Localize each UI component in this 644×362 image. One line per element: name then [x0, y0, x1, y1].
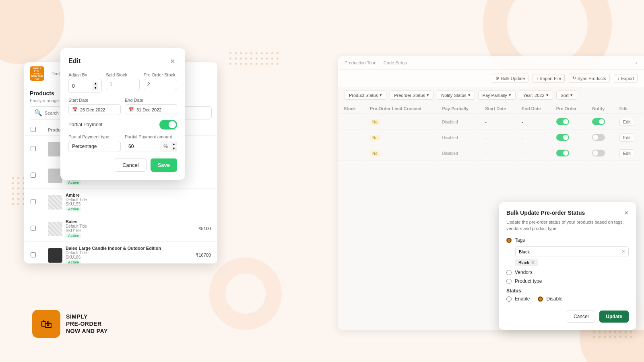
stepper-down[interactable]: ▼	[171, 147, 177, 151]
tag-search-input-wrapper[interactable]: ✕	[515, 246, 629, 257]
end-date-label: End Date	[125, 98, 177, 103]
logo-icon: 🛍	[32, 310, 60, 338]
filter-notify-status[interactable]: Notify Status ▾	[437, 90, 475, 100]
bg-decoration-arc-bl	[209, 257, 282, 330]
adjust-by-input[interactable]: 0 ▲ ▼	[68, 79, 102, 93]
row-checkbox[interactable]	[31, 226, 36, 231]
payment-amount-value[interactable]	[125, 141, 160, 152]
adjust-by-stepper[interactable]: ▲ ▼	[93, 82, 98, 90]
tag-chip-black: Black ✕	[515, 259, 538, 266]
col-pre-order: Pre Order	[551, 104, 586, 114]
bulk-update-button[interactable]: Update	[599, 311, 629, 323]
pre-order-toggle[interactable]	[556, 134, 569, 141]
modal-close-button[interactable]: ✕	[167, 56, 177, 66]
payment-amount-input[interactable]: % ▲ ▼	[125, 141, 177, 152]
pre-order-toggle[interactable]	[556, 150, 569, 156]
app-logo: SIMPLYPRE-ORDERNOW AND PAY	[30, 66, 44, 81]
tag-search-input[interactable]	[519, 249, 621, 254]
export-icon: ↓	[617, 76, 620, 81]
notify-toggle[interactable]	[592, 150, 605, 156]
import-file-btn[interactable]: ↑ Import File	[533, 74, 564, 83]
tag-chip-label: Black	[518, 260, 529, 265]
bulk-modal-title: Bulk Update Pre-order Status	[506, 210, 585, 216]
sold-stock-field: Sold Stock 1	[106, 72, 139, 93]
radio-product-type-input[interactable]	[506, 279, 512, 284]
stepper-down[interactable]: ▼	[93, 86, 98, 90]
end-date-input[interactable]: 📅 31 Dec 2022	[125, 104, 177, 115]
select-all-checkbox[interactable]	[31, 127, 36, 132]
cancel-button[interactable]: Cancel	[115, 158, 146, 172]
start-date-field: Start Date 📅 26 Dec 2022	[68, 98, 121, 115]
status-disable-input[interactable]	[538, 296, 543, 302]
stepper-up[interactable]: ▲	[171, 142, 177, 146]
export-btn[interactable]: ↓ Export	[614, 74, 638, 83]
partial-payment-label: Partial Payment	[68, 122, 103, 128]
modal-footer: Cancel Save	[68, 158, 177, 172]
clear-search-icon[interactable]: ✕	[621, 249, 625, 254]
filter-product-status[interactable]: Product Status ▾	[345, 90, 386, 100]
filter-pay-partially[interactable]: Pay Partially ▾	[478, 90, 516, 100]
partial-payment-toggle[interactable]	[159, 120, 177, 130]
radio-vendors-label: Vendors	[515, 269, 533, 275]
row-checkbox[interactable]	[31, 146, 36, 151]
product-name: Ambre	[66, 193, 87, 197]
row-edit-btn[interactable]: Edit	[619, 134, 634, 142]
radio-product-type: Product type	[506, 278, 629, 284]
row-checkbox[interactable]	[31, 252, 36, 257]
bulk-modal-footer: Cancel Update	[506, 311, 629, 323]
filter-sort[interactable]: Sort ▾	[556, 90, 577, 100]
payment-amount-field: Partial Payment amount % ▲ ▼	[125, 134, 177, 152]
row-edit-btn[interactable]: Edit	[619, 149, 634, 157]
start-date-input[interactable]: 📅 26 Dec 2022	[68, 104, 121, 115]
percent-unit: %	[160, 141, 171, 152]
status-section-label: Status	[506, 288, 629, 294]
product-status-badge: Active	[66, 233, 81, 238]
bulk-modal-header: Bulk Update Pre-order Status ✕	[506, 210, 629, 216]
logo-text: SIMPLYPRE-ORDERNOW AND PAY	[66, 313, 108, 335]
sold-stock-input[interactable]: 1	[106, 79, 139, 90]
row-checkbox[interactable]	[31, 199, 36, 204]
notify-toggle[interactable]	[592, 134, 605, 141]
product-sku: SKU155	[66, 202, 87, 206]
sold-stock-label: Sold Stock	[106, 72, 139, 77]
status-disable-label: Disable	[546, 296, 562, 302]
bg-toolbar: ⊕ Bulk Update ↑ Import File ↻ Sync Produ…	[338, 70, 644, 87]
table-row: No Disabled - - Edit	[339, 146, 643, 161]
remove-tag-icon[interactable]: ✕	[531, 260, 535, 265]
bulk-update-modal: Bulk Update Pre-order Status ✕ Update th…	[499, 202, 636, 330]
bulk-update-btn[interactable]: ⊕ Bulk Update	[492, 74, 528, 83]
col-notify: Notify	[587, 104, 613, 114]
product-sku: SKU186	[66, 255, 161, 259]
pre-order-stock-input[interactable]: 2	[144, 79, 177, 90]
brand-logo: 🛍 SIMPLYPRE-ORDERNOW AND PAY	[32, 310, 108, 338]
bulk-modal-close-button[interactable]: ✕	[624, 210, 629, 216]
product-price: ₹18700	[196, 253, 211, 258]
radio-tags-input[interactable]	[506, 238, 512, 243]
list-item: Ambre Default Title SKU155 Active	[25, 189, 217, 215]
bulk-cancel-button[interactable]: Cancel	[567, 311, 595, 323]
payment-type-select[interactable]: Percentage Fixed	[68, 141, 121, 152]
pre-order-toggle[interactable]	[556, 118, 569, 125]
col-stock: Stock	[339, 104, 364, 114]
table-row: No Disabled - - Edit	[339, 115, 643, 130]
list-item: Baies Default Title SKU189 Active ₹5100	[25, 216, 217, 242]
stepper-up[interactable]: ▲	[93, 82, 98, 86]
row-checkbox[interactable]	[31, 173, 36, 178]
sync-products-btn[interactable]: ↻ Sync Products	[569, 74, 610, 83]
filter-preorder-status[interactable]: Preorder Status ▾	[390, 90, 433, 100]
bg-filters: Product Status ▾ Preorder Status ▾ Notif…	[338, 87, 644, 103]
product-name: Baies Large Candle Indoor & Outdoor Edit…	[66, 246, 161, 251]
status-enable-input[interactable]	[506, 296, 512, 302]
payment-type-label: Partial Payment type	[68, 134, 121, 139]
dots-pattern-top	[229, 52, 279, 65]
row-edit-btn[interactable]: Edit	[619, 118, 634, 126]
save-button[interactable]: Save	[151, 158, 177, 172]
bg-app-header: Production Tour Code Setup ●	[338, 56, 644, 70]
notify-toggle[interactable]	[592, 118, 605, 125]
amount-stepper[interactable]: ▲ ▼	[171, 142, 177, 151]
filter-year[interactable]: Year: 2022 ▾	[519, 90, 553, 100]
radio-vendors-input[interactable]	[506, 270, 512, 275]
product-price: ₹5100	[198, 226, 211, 231]
tag-chips-container: Black ✕	[515, 259, 629, 266]
bg-decoration-circle-tl	[0, 0, 64, 64]
